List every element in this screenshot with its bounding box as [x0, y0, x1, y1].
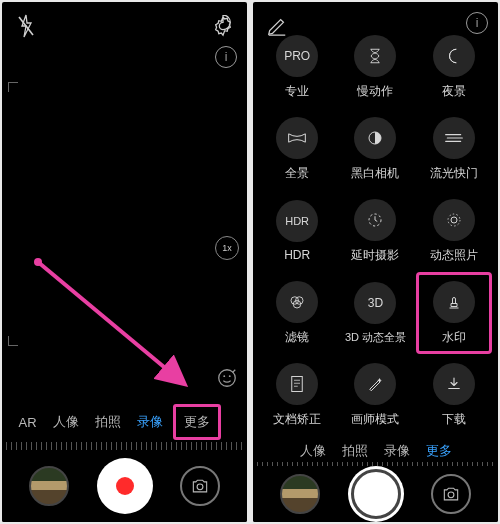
svg-rect-16	[292, 376, 303, 391]
switch-camera-button[interactable]	[180, 466, 220, 506]
mode-strip: AR 人像 拍照 录像 更多	[2, 402, 247, 442]
tile-label: 流光快门	[430, 165, 478, 182]
top-bar: i	[253, 2, 498, 24]
light-trail-icon	[433, 117, 475, 159]
mode-photo[interactable]: 拍照	[89, 411, 127, 433]
moon-icon	[433, 35, 475, 77]
tile-filter[interactable]: 滤镜	[259, 272, 335, 354]
3d-icon: 3D	[354, 282, 396, 324]
tile-label: 画师模式	[351, 411, 399, 428]
mode-portrait[interactable]: 人像	[47, 411, 85, 433]
mode-more[interactable]: 更多	[420, 440, 458, 462]
info-row: i	[2, 46, 247, 76]
mode-video[interactable]: 录像	[131, 411, 169, 433]
tile-label: HDR	[284, 248, 310, 262]
svg-point-3	[229, 375, 231, 377]
tile-label: 3D 动态全景	[345, 330, 406, 345]
tile-download[interactable]: 下载	[416, 354, 492, 436]
tile-slowmo[interactable]: 慢动作	[337, 26, 413, 108]
viewfinder-area[interactable]: 1x	[2, 76, 247, 402]
tile-night[interactable]: 夜景	[416, 26, 492, 108]
timelapse-icon	[354, 199, 396, 241]
stamp-icon	[433, 281, 475, 323]
modes-grid: PRO 专业 慢动作 夜景 全景 黑白相机 流光快门 HDR HDR	[253, 24, 498, 440]
svg-point-10	[451, 217, 457, 223]
switch-camera-button[interactable]	[431, 474, 471, 514]
beauty-icon[interactable]	[215, 366, 239, 390]
zoom-indicator[interactable]: 1x	[215, 236, 239, 260]
tile-timelapse[interactable]: 延时摄影	[337, 190, 413, 272]
annotation-arrow	[32, 256, 202, 396]
gallery-thumbnail[interactable]	[29, 466, 69, 506]
bottom-controls	[2, 450, 247, 522]
pro-icon: PRO	[276, 35, 318, 77]
tile-label: 延时摄影	[351, 247, 399, 264]
tile-pano3d[interactable]: 3D 3D 动态全景	[337, 272, 413, 354]
tile-label: 水印	[442, 329, 466, 346]
phone-more-modes: i PRO 专业 慢动作 夜景 全景 黑白相机 流光快门 HDR HDR	[253, 2, 498, 522]
download-icon	[433, 363, 475, 405]
tile-label: 滤镜	[285, 329, 309, 346]
svg-point-2	[223, 375, 225, 377]
tile-hdr[interactable]: HDR HDR	[259, 190, 335, 272]
focus-corner	[8, 82, 18, 92]
filter-icon	[276, 281, 318, 323]
mode-portrait[interactable]: 人像	[294, 440, 332, 462]
tile-label: 全景	[285, 165, 309, 182]
shutter-record-button[interactable]	[97, 458, 153, 514]
mode-strip: 人像 拍照 录像 更多	[253, 440, 498, 462]
mode-ar[interactable]: AR	[12, 413, 42, 432]
info-icon[interactable]: i	[215, 46, 237, 68]
svg-line-4	[38, 262, 182, 382]
svg-point-22	[448, 492, 454, 498]
mode-photo[interactable]: 拍照	[336, 440, 374, 462]
tile-lightpaint[interactable]: 流光快门	[416, 108, 492, 190]
tile-panorama[interactable]: 全景	[259, 108, 335, 190]
wand-icon	[354, 363, 396, 405]
tile-label: 文档矫正	[273, 411, 321, 428]
info-icon[interactable]: i	[466, 12, 488, 34]
settings-icon[interactable]	[209, 12, 237, 40]
mode-more[interactable]: 更多	[173, 404, 221, 440]
tile-label: 动态照片	[430, 247, 478, 264]
contrast-icon	[354, 117, 396, 159]
tile-label: 夜景	[442, 83, 466, 100]
phone-camera-viewfinder: i 1x AR 人像 拍照 录像 更多	[2, 2, 247, 522]
hdr-icon: HDR	[276, 200, 318, 242]
hourglass-icon	[354, 35, 396, 77]
svg-point-11	[448, 214, 460, 226]
edit-icon[interactable]	[263, 12, 291, 40]
tile-label: 黑白相机	[351, 165, 399, 182]
gallery-thumbnail[interactable]	[280, 474, 320, 514]
mode-ticks	[6, 442, 243, 450]
tile-watermark[interactable]: 水印	[416, 272, 492, 354]
livephoto-icon	[433, 199, 475, 241]
tile-docscan[interactable]: 文档矫正	[259, 354, 335, 436]
tile-label: 慢动作	[357, 83, 393, 100]
panorama-icon	[276, 117, 318, 159]
bottom-controls	[253, 466, 498, 522]
tile-label: 下载	[442, 411, 466, 428]
tile-artist[interactable]: 画师模式	[337, 354, 413, 436]
shutter-button[interactable]	[348, 466, 404, 522]
svg-point-5	[34, 258, 42, 266]
tile-mono[interactable]: 黑白相机	[337, 108, 413, 190]
document-icon	[276, 363, 318, 405]
tile-livephoto[interactable]: 动态照片	[416, 190, 492, 272]
flash-icon[interactable]	[12, 12, 40, 40]
svg-point-6	[197, 484, 203, 490]
top-bar	[2, 2, 247, 46]
mode-video[interactable]: 录像	[378, 440, 416, 462]
focus-corner	[8, 336, 18, 346]
tile-label: 专业	[285, 83, 309, 100]
